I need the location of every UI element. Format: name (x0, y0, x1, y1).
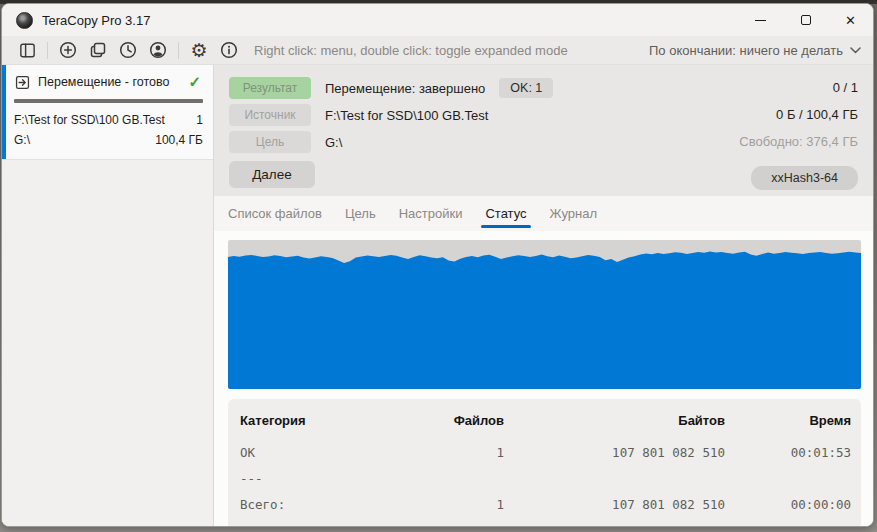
history-button[interactable] (113, 38, 143, 62)
tab-settings[interactable]: Настройки (399, 196, 463, 231)
free-space: Свободно: 376,4 ГБ (739, 131, 858, 153)
task-card[interactable]: Перемещение - готово ✓ F:\Test for SSD\1… (2, 65, 213, 160)
stats-header-row: Категория Файлов Байтов Время (240, 413, 851, 440)
maximize-button[interactable] (783, 4, 828, 36)
account-icon (148, 40, 168, 60)
table-row: Всего: 1 107 801 082 510 00:00:00 (240, 492, 851, 518)
cell-time: 00:01:53 (725, 440, 851, 466)
info-panel: Результат Перемещение: завершено OK: 1 И… (214, 65, 873, 196)
window-controls: ✕ (738, 4, 873, 36)
speed-area (228, 252, 861, 390)
target-path: G:\ (325, 135, 342, 150)
status-content: Категория Файлов Байтов Время OK 1 107 8… (214, 231, 873, 526)
toolbar: ⚙ Right click: menu, double click: toggl… (2, 36, 873, 65)
result-text: Перемещение: завершено (325, 81, 485, 96)
window-title: TeraCopy Pro 3.17 (42, 13, 150, 28)
panes-icon (18, 41, 37, 60)
bytes-progress: 0 Б / 100,4 ГБ (776, 104, 858, 126)
check-icon: ✓ (188, 73, 201, 91)
toggle-panes-button[interactable] (12, 38, 42, 62)
copy-button[interactable] (83, 38, 113, 62)
task-source-row: F:\Test for SSD\100 GB.Test 1 (14, 110, 203, 130)
close-icon: ✕ (845, 14, 856, 27)
task-list-sidebar: Перемещение - готово ✓ F:\Test for SSD\1… (2, 65, 214, 526)
tab-status[interactable]: Статус (485, 196, 526, 231)
cell-files: 1 (380, 492, 504, 518)
add-icon (58, 40, 78, 60)
cell-category: Всего: (240, 492, 380, 518)
speed-graph-svg (228, 240, 861, 389)
table-row: --- (240, 466, 851, 492)
cell-files (380, 466, 504, 492)
col-category: Категория (240, 413, 380, 440)
result-pill: Результат (229, 77, 311, 99)
hash-button[interactable]: xxHash3-64 (751, 166, 858, 190)
task-size: 100,4 ГБ (155, 130, 203, 150)
speed-graph (228, 240, 861, 389)
cell-time: 00:00:00 (725, 492, 851, 518)
task-files-count: 1 (196, 110, 203, 130)
account-button[interactable] (143, 38, 173, 62)
target-pill[interactable]: Цель (229, 131, 311, 153)
info-icon (219, 40, 239, 60)
cell-category: --- (240, 466, 380, 492)
copy-icon (88, 40, 108, 60)
settings-button[interactable]: ⚙ (184, 38, 214, 62)
col-files: Файлов (380, 413, 504, 440)
stats-table-card: Категория Файлов Байтов Время OK 1 107 8… (228, 399, 861, 527)
add-task-button[interactable] (53, 38, 83, 62)
source-pill[interactable]: Источник (229, 104, 311, 126)
task-progress-bar (14, 99, 203, 103)
task-target-path: G:\ (14, 130, 30, 150)
history-icon (118, 40, 138, 60)
info-button[interactable] (214, 38, 244, 62)
maximize-icon (801, 15, 811, 25)
cell-files: 1 (380, 440, 504, 466)
settings-icon: ⚙ (190, 41, 207, 60)
main-panel: Результат Перемещение: завершено OK: 1 И… (214, 65, 873, 526)
minimize-icon (755, 20, 766, 21)
tab-bar: Список файлов Цель Настройки Статус Журн… (214, 196, 873, 231)
col-time: Время (725, 413, 851, 440)
selection-accent (2, 65, 6, 159)
toolbar-divider (47, 42, 48, 59)
cell-bytes (504, 466, 725, 492)
cell-bytes: 107 801 082 510 (504, 440, 725, 466)
files-progress: 0 / 1 (833, 77, 858, 99)
source-path: F:\Test for SSD\100 GB.Test (325, 108, 488, 123)
titlebar: TeraCopy Pro 3.17 ✕ (2, 4, 873, 36)
task-title: Перемещение - готово (38, 75, 181, 89)
on-finish-dropdown[interactable]: По окончании: ничего не делать (649, 43, 861, 58)
cell-time (725, 466, 851, 492)
minimize-button[interactable] (738, 4, 783, 36)
table-row: OK 1 107 801 082 510 00:01:53 (240, 440, 851, 466)
app-icon (16, 12, 33, 29)
tab-file-list[interactable]: Список файлов (228, 196, 322, 231)
ok-count-badge: OK: 1 (499, 78, 553, 98)
toolbar-divider (178, 42, 179, 59)
cell-bytes: 107 801 082 510 (504, 492, 725, 518)
tab-target[interactable]: Цель (345, 196, 376, 231)
task-source-path: F:\Test for SSD\100 GB.Test (14, 110, 165, 130)
cell-category: OK (240, 440, 380, 466)
col-bytes: Байтов (504, 413, 725, 440)
teracopy-window: TeraCopy Pro 3.17 ✕ (1, 3, 874, 527)
toolbar-hint: Right click: menu, double click: toggle … (254, 43, 568, 58)
task-target-row: G:\ 100,4 ГБ (14, 130, 203, 150)
stats-table: Категория Файлов Байтов Время OK 1 107 8… (240, 413, 851, 518)
chevron-down-icon (850, 47, 861, 54)
close-button[interactable]: ✕ (828, 4, 873, 36)
on-finish-label: По окончании: ничего не делать (649, 43, 843, 58)
next-button[interactable]: Далее (229, 161, 315, 188)
tab-log[interactable]: Журнал (550, 196, 597, 231)
move-icon (14, 74, 31, 91)
